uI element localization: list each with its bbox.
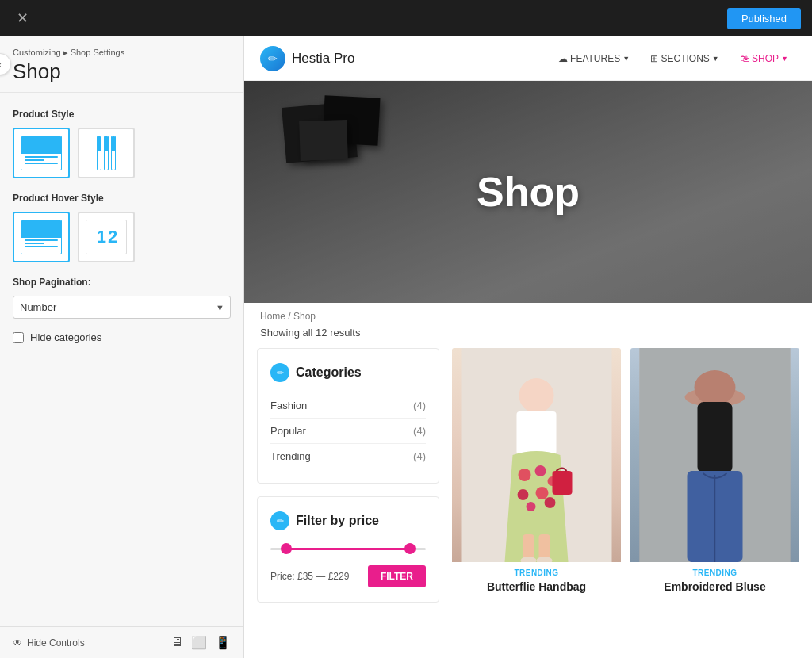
site-header: ✏ Hestia Pro ☁ FEATURES ▼ ⊞ SECTIONS ▼ 🛍… [244,36,812,81]
svg-point-7 [536,487,549,499]
desktop-icon[interactable]: 🖥 [170,635,183,650]
categories-widget: ✏ Categories Fashion (4) Popular (4) [257,348,439,484]
mini-card-top-2 [105,136,108,151]
price-edit-icon[interactable]: ✏ [270,511,289,530]
category-count-fashion: (4) [413,400,426,411]
category-count-popular: (4) [413,425,426,437]
categories-widget-title: Categories [296,365,362,380]
product-name-2: Embroidered Bluse [630,580,799,596]
mobile-icon[interactable]: 📱 [215,635,231,650]
breadcrumb: Customizing ▸ Shop Settings [13,48,231,58]
sections-chevron-icon: ▼ [712,55,719,63]
hide-controls-button[interactable]: 👁 Hide Controls [13,637,85,648]
device-icons: 🖥 ⬜ 📱 [170,635,231,650]
tablet-icon[interactable]: ⬜ [191,635,207,650]
category-item-trending[interactable]: Trending (4) [270,444,426,469]
price-filter-widget: ✏ Filter by price Price: £35 — £229 FILT… [257,496,439,603]
hover-line-3 [25,246,58,247]
product-badge-1: TRENDING [452,562,621,580]
category-name-popular: Popular [270,425,306,437]
filter-button[interactable]: FILTER [368,565,426,587]
top-bar: ✕ Published [0,0,812,36]
card-lines [21,154,61,166]
shop-sidebar: ✏ Categories Fashion (4) Popular (4) [257,348,439,615]
price-range-text: Price: £35 — £229 [270,571,349,582]
mini-card-lines-1 [98,151,101,158]
pagination-label: Shop Pagination: [13,277,231,288]
hide-controls-label: Hide Controls [27,637,85,648]
mini-card-lines-2 [105,151,108,158]
product-image-1 [452,348,621,562]
hover-style-default[interactable] [13,212,70,262]
svg-point-6 [518,489,529,500]
pagination-section: Shop Pagination: Number Load More Infini… [13,277,231,319]
pagination-select-wrapper: Number Load More Infinite Scroll ▼ [13,296,231,319]
svg-point-18 [695,370,736,405]
shop-chevron-icon: ▼ [781,55,788,63]
site-nav: ☁ FEATURES ▼ ⊞ SECTIONS ▼ 🛍 SHOP ▼ [550,48,796,69]
shop-hero: Shop [244,81,812,303]
category-item-popular[interactable]: Popular (4) [270,419,426,444]
nav-shop[interactable]: 🛍 SHOP ▼ [732,48,796,69]
mini-card-2 [104,136,109,170]
site-logo: ✏ Hestia Pro [260,46,354,71]
product-hover-style-label: Product Hover Style [13,193,231,204]
product-card-1[interactable]: TRENDING Butterflie Handbag [452,348,621,615]
multi-card-preview [97,136,116,170]
preview-area: ✏ Hestia Pro ☁ FEATURES ▼ ⊞ SECTIONS ▼ 🛍… [244,36,812,658]
svg-point-1 [519,378,554,413]
product-style-options [13,128,231,178]
hover-card-lines [21,238,61,249]
category-item-fashion[interactable]: Fashion (4) [270,393,426,419]
hide-categories-checkbox[interactable] [13,332,24,343]
categories-edit-icon[interactable]: ✏ [270,363,289,382]
price-range-slider[interactable] [270,541,426,557]
products-grid: TRENDING Butterflie Handbag [452,348,799,615]
mini-card-lines-3 [112,151,115,158]
product-badge-2: TRENDING [630,562,799,580]
mini-card-1 [97,136,102,170]
customizer-sidebar: Customizing ▸ Shop Settings Shop ‹ Produ… [0,36,244,658]
shop-content: ✏ Categories Fashion (4) Popular (4) [244,348,812,631]
card-line-3 [25,163,58,164]
slider-fill [286,548,411,550]
hover-card-top [21,220,61,238]
card-line-1 [25,156,58,158]
product-image-2 [630,348,799,562]
nav-features[interactable]: ☁ FEATURES ▼ [550,48,638,69]
mini-card-top-1 [98,136,101,151]
category-count-trending: (4) [413,450,426,462]
logo-text: Hestia Pro [292,51,354,67]
main-layout: Customizing ▸ Shop Settings Shop ‹ Produ… [0,36,812,658]
mini-card-top-3 [112,136,115,151]
svg-rect-2 [517,411,557,455]
hover-style-numbered[interactable]: 1 2 [78,212,135,262]
category-name-fashion: Fashion [270,400,307,411]
slider-thumb-right[interactable] [404,543,416,554]
card-line-2 [25,159,44,161]
pagination-select[interactable]: Number Load More Infinite Scroll [13,296,231,319]
price-filter-header: ✏ Filter by price [270,511,426,530]
price-filter-row: Price: £35 — £229 FILTER [270,565,426,587]
svg-point-3 [519,469,531,481]
product-style-multi[interactable] [78,128,135,178]
product-style-single[interactable] [13,128,70,178]
logo-icon: ✏ [260,46,285,71]
top-bar-left: ✕ [11,7,33,29]
product-card-2[interactable]: TRENDING Embroidered Bluse [630,348,799,615]
hover-line-1 [25,239,58,241]
eye-icon: 👁 [13,637,22,648]
categories-widget-header: ✏ Categories [270,363,426,382]
slider-thumb-left[interactable] [281,543,292,554]
back-button[interactable]: ‹ [0,53,11,75]
close-button[interactable]: ✕ [11,7,33,29]
svg-point-4 [535,465,546,476]
sidebar-footer: 👁 Hide Controls 🖥 ⬜ 📱 [0,626,243,658]
published-button[interactable]: Published [727,8,801,29]
product-style-label: Product Style [13,109,231,120]
hover-card-preview [21,220,62,254]
category-list: Fashion (4) Popular (4) Trending (4) [270,393,426,469]
hide-categories-label[interactable]: Hide categories [30,331,102,343]
nav-sections[interactable]: ⊞ SECTIONS ▼ [642,48,727,69]
svg-rect-19 [698,402,733,473]
